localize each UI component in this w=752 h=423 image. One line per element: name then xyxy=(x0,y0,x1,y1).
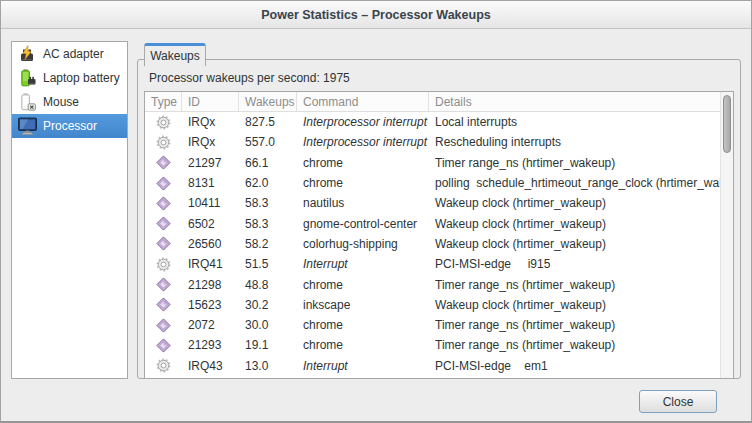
scrollbar-thumb[interactable] xyxy=(723,95,731,153)
interrupt-gear-icon xyxy=(156,135,171,150)
table-row[interactable]: 21297 66.1 chrome Timer range_ns (hrtime… xyxy=(145,153,733,173)
table-row[interactable]: IRQx 557.0 Interprocessor interrupt Resc… xyxy=(145,132,733,152)
process-diamond-icon xyxy=(156,216,171,231)
table-row[interactable]: 15623 30.2 inkscape Wakeup clock (hrtime… xyxy=(145,295,733,315)
table-row[interactable]: 21293 19.1 chrome Timer range_ns (hrtime… xyxy=(145,335,733,355)
close-button[interactable]: Close xyxy=(639,390,717,413)
row-wakeups: 48.8 xyxy=(239,278,297,292)
row-wakeups: 51.5 xyxy=(239,257,297,271)
row-command: Interprocessor interrupt xyxy=(297,135,429,149)
interrupt-icon xyxy=(145,135,182,150)
vertical-scrollbar[interactable] xyxy=(720,92,733,378)
row-wakeups: 30.2 xyxy=(239,298,297,312)
row-id: 10411 xyxy=(182,196,239,210)
process-icon xyxy=(145,297,182,312)
row-details: Rescheduling interrupts xyxy=(429,135,733,149)
row-details: Timer range_ns (hrtimer_wakeup) xyxy=(429,318,733,332)
row-details: Wakeup clock (hrtimer_wakeup) xyxy=(429,196,733,210)
row-details: Timer range_ns (hrtimer_wakeup) xyxy=(429,156,733,170)
interrupt-gear-icon xyxy=(156,257,171,272)
mouse-icon xyxy=(15,91,39,113)
row-details: Local interrupts xyxy=(429,115,733,129)
row-id: IRQx xyxy=(182,135,239,149)
column-header-wakeups[interactable]: Wakeups xyxy=(239,92,297,111)
row-command: chrome xyxy=(297,156,429,170)
process-diamond-icon xyxy=(156,155,171,170)
wakeups-table: Type ID Wakeups Command Details IRQx 827… xyxy=(144,91,734,379)
wakeups-per-second-label: Processor wakeups per second: 1975 xyxy=(149,71,350,85)
table-row[interactable]: IRQx 827.5 Interprocessor interrupt Loca… xyxy=(145,112,733,132)
row-id: 2072 xyxy=(182,318,239,332)
interrupt-icon xyxy=(145,115,182,130)
table-row[interactable]: 21298 48.8 chrome Timer range_ns (hrtime… xyxy=(145,274,733,294)
process-diamond-icon xyxy=(156,236,171,251)
row-details: Timer range_ns (hrtimer_wakeup) xyxy=(429,338,733,352)
row-details: PCI-MSI-edge em1 xyxy=(429,359,733,373)
table-header: Type ID Wakeups Command Details xyxy=(145,92,733,112)
row-command: chrome xyxy=(297,318,429,332)
row-wakeups: 62.0 xyxy=(239,176,297,190)
row-wakeups: 19.1 xyxy=(239,338,297,352)
row-id: 6502 xyxy=(182,217,239,231)
table-row[interactable]: IRQ41 51.5 Interrupt PCI-MSI-edge i915 xyxy=(145,254,733,274)
process-icon xyxy=(145,216,182,231)
power-statistics-window: Power Statistics – Processor Wakeups AC … xyxy=(0,0,752,423)
row-id: IRQ41 xyxy=(182,257,239,271)
sidebar-item-label: Processor xyxy=(43,119,97,133)
process-icon xyxy=(145,176,182,191)
process-icon xyxy=(145,277,182,292)
sidebar-item-laptop-battery[interactable]: Laptop battery xyxy=(12,66,127,90)
interrupt-icon xyxy=(145,257,182,272)
process-icon xyxy=(145,155,182,170)
tab-wakeups-label: Wakeups xyxy=(150,49,200,63)
table-row[interactable]: 2072 30.0 chrome Timer range_ns (hrtimer… xyxy=(145,315,733,335)
row-wakeups: 13.0 xyxy=(239,359,297,373)
row-details: PCI-MSI-edge i915 xyxy=(429,257,733,271)
table-row[interactable]: 10411 58.3 nautilus Wakeup clock (hrtime… xyxy=(145,193,733,213)
process-diamond-icon xyxy=(156,318,171,333)
row-wakeups: 66.1 xyxy=(239,156,297,170)
row-id: IRQx xyxy=(182,115,239,129)
table-row[interactable]: 8131 62.0 chrome polling schedule_hrtime… xyxy=(145,173,733,193)
column-header-command[interactable]: Command xyxy=(297,92,429,111)
row-details: Timer range_ns (hrtimer_wakeup) xyxy=(429,278,733,292)
process-diamond-icon xyxy=(156,277,171,292)
process-diamond-icon xyxy=(156,196,171,211)
row-command: Interprocessor interrupt xyxy=(297,115,429,129)
row-command: nautilus xyxy=(297,196,429,210)
row-details: Wakeup clock (hrtimer_wakeup) xyxy=(429,237,733,251)
row-command: chrome xyxy=(297,338,429,352)
row-details: Wakeup clock (hrtimer_wakeup) xyxy=(429,217,733,231)
row-details: Wakeup clock (hrtimer_wakeup) xyxy=(429,298,733,312)
sidebar-item-ac-adapter[interactable]: AC adapter xyxy=(12,42,127,66)
row-command: gnome-control-center xyxy=(297,217,429,231)
laptop-battery-icon xyxy=(15,67,39,89)
table-row[interactable]: 6502 58.3 gnome-control-center Wakeup cl… xyxy=(145,213,733,233)
table-body: IRQx 827.5 Interprocessor interrupt Loca… xyxy=(145,112,733,376)
sidebar-item-processor[interactable]: Processor xyxy=(12,114,127,138)
table-row[interactable]: IRQ43 13.0 Interrupt PCI-MSI-edge em1 xyxy=(145,356,733,376)
process-diamond-icon xyxy=(156,176,171,191)
sidebar-item-label: AC adapter xyxy=(43,47,104,61)
row-details: polling schedule_hrtimeout_range_clock (… xyxy=(429,176,733,190)
column-header-id[interactable]: ID xyxy=(182,92,239,111)
device-list: AC adapter Laptop battery xyxy=(11,41,128,379)
row-id: 21298 xyxy=(182,278,239,292)
row-wakeups: 58.3 xyxy=(239,196,297,210)
column-header-details[interactable]: Details xyxy=(429,92,733,111)
table-row[interactable]: 26560 58.2 colorhug-shipping Wakeup cloc… xyxy=(145,234,733,254)
interrupt-gear-icon xyxy=(156,115,171,130)
sidebar-item-mouse[interactable]: Mouse xyxy=(12,90,127,114)
process-diamond-icon xyxy=(156,297,171,312)
tab-wakeups[interactable]: Wakeups xyxy=(144,43,206,66)
row-id: 21293 xyxy=(182,338,239,352)
row-command: Interrupt xyxy=(297,359,429,373)
process-icon xyxy=(145,236,182,251)
row-id: 26560 xyxy=(182,237,239,251)
row-wakeups: 30.0 xyxy=(239,318,297,332)
column-header-type[interactable]: Type xyxy=(145,92,182,111)
row-wakeups: 557.0 xyxy=(239,135,297,149)
row-id: 15623 xyxy=(182,298,239,312)
process-icon xyxy=(145,318,182,333)
titlebar[interactable]: Power Statistics – Processor Wakeups xyxy=(1,1,751,29)
